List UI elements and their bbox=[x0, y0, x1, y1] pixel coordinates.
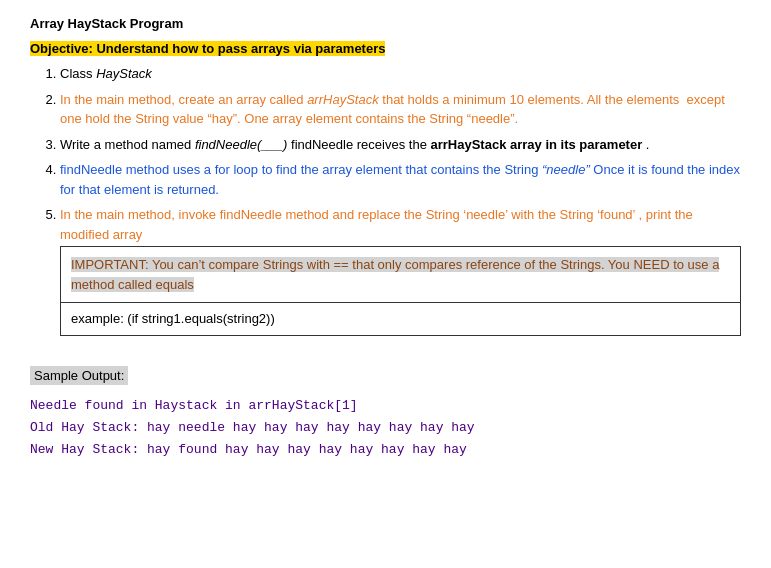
list-item-4: findNeedle method uses a for loop to fin… bbox=[60, 160, 741, 199]
example-box: example: (if string1.equals(string2)) bbox=[60, 303, 741, 336]
page-title: Array HayStack Program bbox=[30, 16, 741, 31]
item2-text: In the main method, create an array call… bbox=[60, 92, 725, 127]
list-item-5: In the main method, invoke findNeedle me… bbox=[60, 205, 741, 336]
sample-output-section: Sample Output: Needle found in Haystack … bbox=[30, 366, 741, 461]
sample-output-label: Sample Output: bbox=[30, 366, 128, 385]
output-line-3: New Hay Stack: hay found hay hay hay hay… bbox=[30, 439, 741, 461]
list-item-1: Class HayStack bbox=[60, 64, 741, 84]
item1-classname: HayStack bbox=[96, 66, 152, 81]
important-box: IMPORTANT: You can’t compare Strings wit… bbox=[60, 246, 741, 303]
instructions-list: Class HayStack In the main method, creat… bbox=[60, 64, 741, 336]
item3-text2: findNeedle receives the arrHayStack arra… bbox=[287, 137, 649, 152]
list-item-2: In the main method, create an array call… bbox=[60, 90, 741, 129]
item1-text1: Class bbox=[60, 66, 96, 81]
important-text: IMPORTANT: You can’t compare Strings wit… bbox=[71, 257, 719, 292]
item3-text1: Write a method named bbox=[60, 137, 195, 152]
item3-methodname: findNeedle(___) bbox=[195, 137, 288, 152]
objective-text: Objective: Understand how to pass arrays… bbox=[30, 41, 385, 56]
example-text: example: (if string1.equals(string2)) bbox=[71, 311, 275, 326]
code-output: Needle found in Haystack in arrHayStack[… bbox=[30, 395, 741, 461]
list-item-3: Write a method named findNeedle(___) fin… bbox=[60, 135, 741, 155]
item5-text: In the main method, invoke findNeedle me… bbox=[60, 207, 693, 242]
output-line-1: Needle found in Haystack in arrHayStack[… bbox=[30, 395, 741, 417]
output-line-2: Old Hay Stack: hay needle hay hay hay ha… bbox=[30, 417, 741, 439]
item4-text: findNeedle method uses a for loop to fin… bbox=[60, 162, 740, 197]
